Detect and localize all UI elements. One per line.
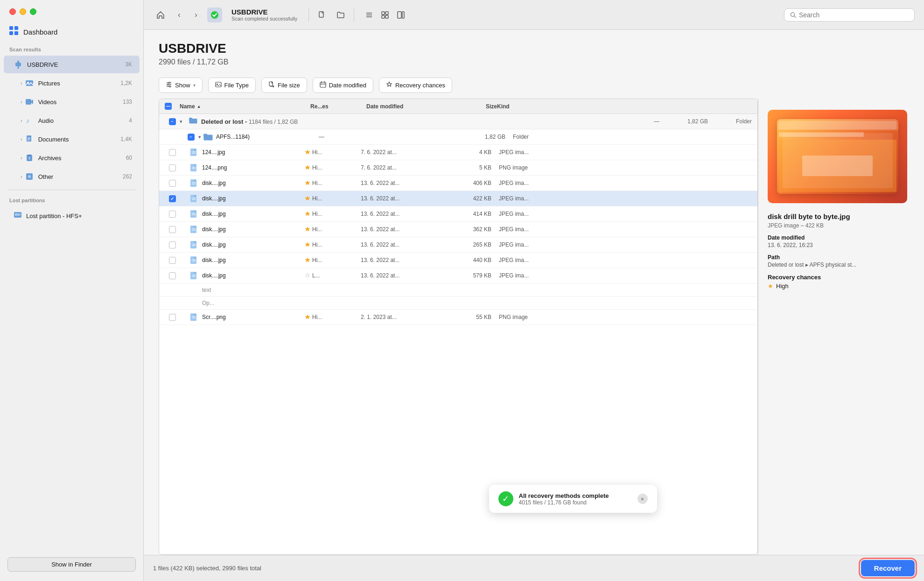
- show-filter-button[interactable]: Show ▾: [159, 78, 203, 93]
- file-checkbox-1[interactable]: [165, 164, 180, 171]
- file-row[interactable]: Scr....png Hi... 2. 1. 2023 at... 55 KB …: [159, 310, 757, 325]
- file-row[interactable]: disk....jpg Hi... 13. 6. 2022 at... 414 …: [159, 206, 757, 222]
- sidebar-item-documents[interactable]: › Documents 1,4K: [4, 130, 140, 148]
- sidebar-item-lost-partition[interactable]: Lost partition - HFS+: [4, 206, 140, 226]
- row-checkbox[interactable]: [169, 149, 176, 156]
- row-checkbox[interactable]: [169, 241, 176, 248]
- file-row[interactable]: disk....jpg Hi... 13. 6. 2022 at... 362 …: [159, 222, 757, 237]
- file-row[interactable]: 124....jpg Hi... 7. 6. 2022 at... 4 KB J…: [159, 145, 757, 160]
- file-name: disk....jpg: [202, 195, 305, 202]
- file-row[interactable]: disk....jpg Hi... 13. 6. 2022 at... 406 …: [159, 176, 757, 191]
- toolbar: ‹ › USBDRIVE Scan completed successfully: [144, 0, 924, 30]
- usb-drive-icon: [13, 59, 23, 70]
- grid-view-button[interactable]: [378, 7, 392, 22]
- sidebar-item-videos[interactable]: › Videos 133: [4, 93, 140, 111]
- row-checkbox[interactable]: [169, 272, 176, 279]
- forward-button[interactable]: ›: [189, 7, 203, 22]
- file-checkbox-2[interactable]: [165, 180, 180, 187]
- file-size-filter-button[interactable]: File size: [261, 78, 307, 93]
- file-row[interactable]: text: [159, 283, 757, 297]
- panel-view-button[interactable]: [393, 7, 408, 22]
- recovery-chances-filter-button[interactable]: Recovery chances: [379, 78, 452, 93]
- search-input[interactable]: [799, 11, 909, 19]
- apfs-expand-icon[interactable]: ▾: [198, 134, 201, 140]
- file-checkbox-3[interactable]: ✓: [165, 195, 180, 202]
- row-checkbox[interactable]: ✓: [169, 195, 176, 202]
- sidebar-item-usbdrive[interactable]: USBDRIVE 3K: [4, 56, 140, 73]
- sort-arrow-icon: ▲: [197, 104, 201, 109]
- file-size: 414 KB: [445, 211, 491, 217]
- apfs-kind: Folder: [505, 134, 752, 140]
- home-button[interactable]: [153, 7, 168, 22]
- file-checkbox-0[interactable]: [165, 149, 180, 156]
- content-title: USBDRIVE: [159, 41, 909, 56]
- sidebar-item-audio-label: Audio: [38, 117, 129, 124]
- th-size[interactable]: Size: [450, 103, 497, 110]
- row-checkbox[interactable]: [169, 211, 176, 218]
- file-name: disk....jpg: [202, 272, 305, 279]
- th-kind[interactable]: Kind: [497, 103, 752, 110]
- folder-row-apfs[interactable]: − ▾ APFS...1184) — 1,82 GB Folder: [159, 129, 757, 145]
- scan-complete-button[interactable]: [207, 7, 222, 22]
- svg-rect-2: [9, 31, 13, 35]
- toast-success-icon: ✓: [498, 491, 513, 506]
- sidebar-item-videos-label: Videos: [38, 99, 123, 106]
- maximize-button[interactable]: [30, 8, 36, 15]
- file-row[interactable]: disk....jpg L... 13. 6. 2022 at... 579 K…: [159, 268, 757, 283]
- file-row[interactable]: ✓ disk....jpg Hi... 13. 6. 2022 at... 42…: [159, 191, 757, 206]
- sidebar-item-usbdrive-count: 3K: [125, 61, 132, 68]
- file-checkbox-5[interactable]: [165, 226, 180, 233]
- select-all-checkbox[interactable]: —: [165, 103, 172, 110]
- file-checkbox-11[interactable]: [165, 314, 180, 321]
- th-name[interactable]: Name ▲: [180, 103, 310, 110]
- search-box[interactable]: [784, 8, 915, 21]
- back-button[interactable]: ‹: [172, 7, 187, 22]
- list-view-button[interactable]: [362, 7, 377, 22]
- row-checkbox[interactable]: [169, 164, 176, 171]
- file-checkbox-8[interactable]: [165, 272, 180, 279]
- toast-close-button[interactable]: ×: [637, 494, 648, 504]
- th-recovery[interactable]: Re...es: [310, 103, 366, 110]
- apfs-select-checkbox[interactable]: −: [188, 134, 195, 141]
- apfs-checkbox[interactable]: −: [183, 134, 198, 141]
- file-checkbox-4[interactable]: [165, 211, 180, 218]
- date-modified-filter-button[interactable]: Date modified: [313, 78, 373, 93]
- nav-buttons: ‹ ›: [172, 7, 203, 22]
- sidebar-item-other[interactable]: › Other 262: [4, 168, 140, 185]
- th-date[interactable]: Date modified: [366, 103, 450, 110]
- file-name: disk....jpg: [202, 211, 305, 217]
- dashboard-button[interactable]: Dashboard: [0, 21, 143, 45]
- group-chevron-icon[interactable]: ▾: [180, 119, 189, 125]
- file-recovery: Hi...: [305, 164, 361, 171]
- row-checkbox[interactable]: [169, 226, 176, 233]
- file-list[interactable]: — Name ▲ Re...es Date modified Size Kind…: [159, 99, 758, 555]
- file-row[interactable]: disk....jpg Hi... 13. 6. 2022 at... 265 …: [159, 237, 757, 253]
- file-checkbox-7[interactable]: [165, 257, 180, 264]
- file-row[interactable]: disk....jpg Hi... 13. 6. 2022 at... 440 …: [159, 253, 757, 268]
- calendar-icon: [320, 81, 326, 89]
- sidebar-item-archives[interactable]: › Archives 60: [4, 149, 140, 167]
- file-recovery: Hi...: [305, 241, 361, 248]
- new-file-button[interactable]: [315, 7, 329, 22]
- file-checkbox-6[interactable]: [165, 241, 180, 248]
- row-checkbox[interactable]: [169, 180, 176, 187]
- file-row[interactable]: 124....png Hi... 7. 6. 2022 at... 5 KB P…: [159, 160, 757, 176]
- recover-button[interactable]: Recover: [861, 560, 915, 576]
- minimize-button[interactable]: [20, 8, 26, 15]
- row-checkbox[interactable]: [169, 257, 176, 264]
- row-checkbox[interactable]: [169, 314, 176, 321]
- group-select-checkbox[interactable]: −: [169, 118, 176, 125]
- sidebar-item-audio[interactable]: › ♪ Audio 4: [4, 112, 140, 129]
- file-size: 579 KB: [445, 272, 491, 279]
- new-folder-button[interactable]: [333, 7, 348, 22]
- file-date: 2. 1. 2023 at...: [361, 314, 445, 320]
- sidebar-item-pictures[interactable]: › Pictures 1,2K: [4, 74, 140, 92]
- group-checkbox[interactable]: −: [165, 118, 180, 125]
- file-type-filter-button[interactable]: File Type: [208, 78, 256, 93]
- group-header: − ▾ Deleted or lost - 1184 files / 1,82 …: [159, 114, 757, 129]
- svg-rect-0: [9, 26, 13, 30]
- close-button[interactable]: [9, 8, 16, 15]
- file-row[interactable]: Op...: [159, 297, 757, 310]
- file-recovery: Hi...: [305, 257, 361, 263]
- show-in-finder-button[interactable]: Show in Finder: [7, 557, 136, 572]
